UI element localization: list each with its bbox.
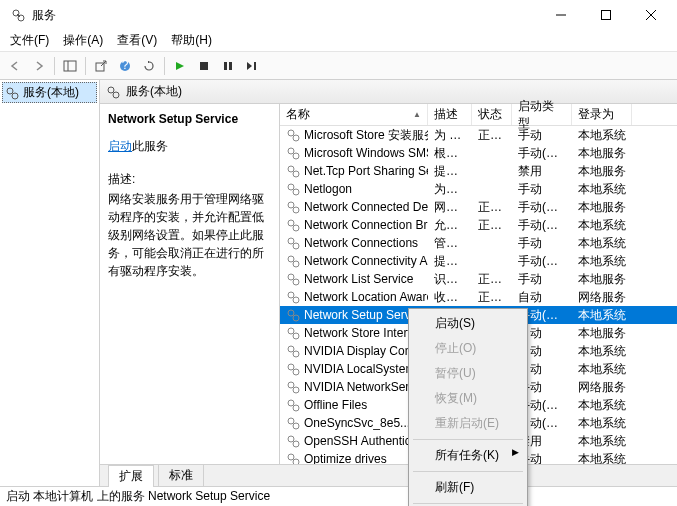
service-icon bbox=[286, 236, 300, 250]
svg-point-38 bbox=[288, 292, 294, 298]
svg-point-35 bbox=[293, 261, 299, 267]
service-startup: 手动(触发... bbox=[512, 253, 572, 270]
service-startup: 手动 bbox=[512, 181, 572, 198]
cm-resume: 恢复(M) bbox=[411, 386, 525, 411]
svg-point-36 bbox=[288, 274, 294, 280]
table-row[interactable]: Network Connection Bro...允许...正在...手动(触发… bbox=[280, 216, 677, 234]
service-icon bbox=[286, 362, 300, 376]
menu-help[interactable]: 帮助(H) bbox=[165, 30, 218, 51]
service-desc: 管理... bbox=[428, 235, 472, 252]
service-icon bbox=[286, 128, 300, 142]
svg-point-22 bbox=[288, 148, 294, 154]
svg-point-17 bbox=[12, 93, 18, 99]
menu-view[interactable]: 查看(V) bbox=[111, 30, 163, 51]
service-icon bbox=[286, 398, 300, 412]
service-logon: 本地系统 bbox=[572, 415, 632, 432]
svg-point-25 bbox=[293, 171, 299, 177]
menu-bar: 文件(F) 操作(A) 查看(V) 帮助(H) bbox=[0, 30, 677, 52]
start-service-button[interactable] bbox=[169, 55, 191, 77]
tab-extended[interactable]: 扩展 bbox=[108, 465, 154, 487]
col-logon[interactable]: 登录为 bbox=[572, 104, 632, 125]
service-logon: 本地系统 bbox=[572, 181, 632, 198]
table-row[interactable]: Network List Service识别...正在...手动本地服务 bbox=[280, 270, 677, 288]
svg-point-37 bbox=[293, 279, 299, 285]
service-status: 正在... bbox=[472, 289, 512, 306]
restart-service-button[interactable] bbox=[241, 55, 263, 77]
col-status[interactable]: 状态 bbox=[472, 104, 512, 125]
service-logon: 本地服务 bbox=[572, 325, 632, 342]
table-row[interactable]: Netlogon为用...手动本地系统 bbox=[280, 180, 677, 198]
svg-point-48 bbox=[288, 382, 294, 388]
chevron-right-icon: ▶ bbox=[512, 447, 519, 457]
svg-rect-7 bbox=[64, 61, 76, 71]
service-status: 正在... bbox=[472, 217, 512, 234]
show-hide-button[interactable] bbox=[59, 55, 81, 77]
detail-pane: Network Setup Service 启动此服务 描述: 网络安装服务用于… bbox=[100, 104, 280, 464]
svg-rect-13 bbox=[224, 62, 227, 70]
svg-point-47 bbox=[293, 369, 299, 375]
service-logon: 本地系统 bbox=[572, 343, 632, 360]
start-suffix: 此服务 bbox=[132, 139, 168, 153]
service-desc: 为 M... bbox=[428, 127, 472, 144]
service-logon: 本地系统 bbox=[572, 451, 632, 465]
table-row[interactable]: Microsoft Store 安装服务为 M...正在...手动本地系统 bbox=[280, 126, 677, 144]
minimize-button[interactable] bbox=[538, 0, 583, 30]
svg-point-26 bbox=[288, 184, 294, 190]
service-icon bbox=[286, 326, 300, 340]
menu-action[interactable]: 操作(A) bbox=[57, 30, 109, 51]
service-logon: 网络服务 bbox=[572, 379, 632, 396]
service-logon: 网络服务 bbox=[572, 289, 632, 306]
svg-point-41 bbox=[293, 315, 299, 321]
svg-point-51 bbox=[293, 405, 299, 411]
table-row[interactable]: Network Location Aware...收集...正在...自动网络服… bbox=[280, 288, 677, 306]
service-name: Network Connections bbox=[304, 236, 418, 250]
col-startup[interactable]: 启动类型 bbox=[512, 104, 572, 125]
cm-refresh[interactable]: 刷新(F) bbox=[411, 475, 525, 500]
svg-point-54 bbox=[288, 436, 294, 442]
pause-service-button[interactable] bbox=[217, 55, 239, 77]
svg-point-19 bbox=[113, 92, 119, 98]
service-logon: 本地系统 bbox=[572, 127, 632, 144]
service-startup: 手动(触发... bbox=[512, 145, 572, 162]
service-logon: 本地系统 bbox=[572, 235, 632, 252]
start-service-line: 启动此服务 bbox=[108, 138, 271, 155]
table-row[interactable]: Network Connectivity Ass...提供...手动(触发...… bbox=[280, 252, 677, 270]
table-row[interactable]: Network Connections管理...手动本地系统 bbox=[280, 234, 677, 252]
forward-button[interactable] bbox=[28, 55, 50, 77]
service-logon: 本地服务 bbox=[572, 199, 632, 216]
service-icon bbox=[286, 380, 300, 394]
cm-restart: 重新启动(E) bbox=[411, 411, 525, 436]
table-row[interactable]: Net.Tcp Port Sharing Ser...提供...禁用本地服务 bbox=[280, 162, 677, 180]
service-logon: 本地系统 bbox=[572, 253, 632, 270]
export-button[interactable] bbox=[90, 55, 112, 77]
svg-point-45 bbox=[293, 351, 299, 357]
window-title: 服务 bbox=[32, 7, 538, 24]
col-name[interactable]: 名称▲ bbox=[280, 104, 428, 125]
tab-standard[interactable]: 标准 bbox=[158, 464, 204, 486]
col-desc[interactable]: 描述 bbox=[428, 104, 472, 125]
svg-rect-12 bbox=[200, 62, 208, 70]
table-row[interactable]: Network Connected Devi...网络...正在...手动(触发… bbox=[280, 198, 677, 216]
service-icon bbox=[286, 344, 300, 358]
refresh-button[interactable] bbox=[138, 55, 160, 77]
stop-service-button[interactable] bbox=[193, 55, 215, 77]
service-icon bbox=[286, 308, 300, 322]
service-startup: 手动(触发... bbox=[512, 199, 572, 216]
service-desc: 识别... bbox=[428, 271, 472, 288]
help-button[interactable]: ? bbox=[114, 55, 136, 77]
maximize-button[interactable] bbox=[583, 0, 628, 30]
service-icon bbox=[286, 290, 300, 304]
start-service-link[interactable]: 启动 bbox=[108, 139, 132, 153]
menu-file[interactable]: 文件(F) bbox=[4, 30, 55, 51]
table-row[interactable]: Microsoft Windows SMS ...根据...手动(触发...本地… bbox=[280, 144, 677, 162]
back-button[interactable] bbox=[4, 55, 26, 77]
service-icon bbox=[286, 200, 300, 214]
svg-point-43 bbox=[293, 333, 299, 339]
cm-all-tasks[interactable]: 所有任务(K)▶ bbox=[411, 443, 525, 468]
service-icon bbox=[286, 218, 300, 232]
service-desc: 根据... bbox=[428, 145, 472, 162]
cm-start[interactable]: 启动(S) bbox=[411, 311, 525, 336]
close-button[interactable] bbox=[628, 0, 673, 30]
tree-node-services-local[interactable]: 服务(本地) bbox=[2, 82, 97, 103]
svg-point-24 bbox=[288, 166, 294, 172]
